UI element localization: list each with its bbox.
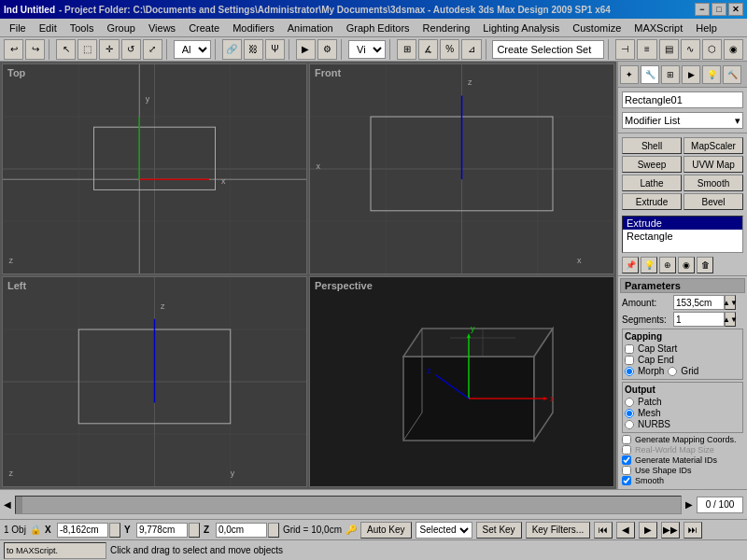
rotate-button[interactable]: ↺ xyxy=(121,39,141,60)
amount-input[interactable] xyxy=(673,295,725,310)
snap-angle-button[interactable]: ∡ xyxy=(418,39,438,60)
menu-create[interactable]: Create xyxy=(183,21,225,35)
mod-btn-bevel[interactable]: Bevel xyxy=(684,193,743,210)
menu-rendering[interactable]: Rendering xyxy=(417,21,476,35)
mod-btn-sweep[interactable]: Sweep xyxy=(622,156,682,173)
amount-spinner[interactable]: ▲▼ xyxy=(725,295,736,310)
redo-button[interactable]: ↪ xyxy=(25,39,45,60)
prev-frame-btn[interactable]: ◀ xyxy=(616,522,635,539)
menu-file[interactable]: File xyxy=(4,21,32,35)
key-filters-button[interactable]: Key Filters... xyxy=(526,522,591,539)
play-btn[interactable]: ▶ xyxy=(639,522,657,539)
menu-maxscript[interactable]: MAXScript xyxy=(628,21,688,35)
morph-radio[interactable] xyxy=(625,367,634,376)
panel-tab-motion[interactable]: ▶ xyxy=(682,65,700,84)
scroll-left-btn[interactable]: ◀ xyxy=(4,499,11,510)
timeline-slider[interactable] xyxy=(15,496,682,514)
maximize-button[interactable]: □ xyxy=(712,3,726,16)
stack-icon-make-unique[interactable]: ◉ xyxy=(678,257,695,273)
y-input[interactable] xyxy=(136,523,188,538)
y-spinner[interactable] xyxy=(189,523,200,538)
scale-button[interactable]: ⤢ xyxy=(143,39,162,60)
minimize-button[interactable]: − xyxy=(695,3,710,16)
go-end-btn[interactable]: ⏭ xyxy=(684,522,702,539)
mirror-button[interactable]: ⊣ xyxy=(615,39,635,60)
next-frame-btn[interactable]: ▶▶ xyxy=(661,522,680,539)
mod-btn-uvwmap[interactable]: UVW Map xyxy=(684,156,743,173)
x-input[interactable] xyxy=(57,523,108,538)
menu-lighting[interactable]: Lighting Analysis xyxy=(477,21,565,35)
menu-help[interactable]: Help xyxy=(690,21,723,35)
panel-tab-display[interactable]: 💡 xyxy=(702,65,721,84)
stack-item-rectangle[interactable]: Rectangle xyxy=(623,230,742,243)
move-button[interactable]: ✛ xyxy=(99,39,119,60)
panel-tab-hierarchy[interactable]: ⊞ xyxy=(661,65,680,84)
go-start-btn[interactable]: ⏮ xyxy=(594,522,613,539)
gen-material-checkbox[interactable] xyxy=(622,455,631,465)
patch-radio[interactable] xyxy=(625,398,634,407)
mod-btn-shell[interactable]: Shell xyxy=(622,137,682,154)
undo-button[interactable]: ↩ xyxy=(4,39,23,60)
view-dropdown[interactable]: View xyxy=(348,40,386,59)
render-setup-button[interactable]: ⚙ xyxy=(317,39,337,60)
select-all-dropdown[interactable]: All xyxy=(174,40,211,59)
grid-radio[interactable] xyxy=(668,367,677,376)
viewport-front[interactable]: Front z x x xyxy=(309,63,614,274)
menu-graph-editors[interactable]: Graph Editors xyxy=(341,21,416,35)
mesh-radio[interactable] xyxy=(625,409,634,418)
material-button[interactable]: ◉ xyxy=(724,39,743,60)
viewport-top[interactable]: Top xyxy=(2,63,307,274)
stack-item-extrude[interactable]: Extrude xyxy=(623,217,742,230)
menu-edit[interactable]: Edit xyxy=(34,21,63,35)
link-button[interactable]: 🔗 xyxy=(222,39,242,60)
gen-mapping-checkbox[interactable] xyxy=(622,435,631,444)
snap-percent-button[interactable]: % xyxy=(440,39,459,60)
stack-icon-lightbulb[interactable]: 💡 xyxy=(641,257,657,273)
use-shape-checkbox[interactable] xyxy=(622,466,631,475)
mod-btn-extrude[interactable]: Extrude xyxy=(622,193,682,210)
select-region-button[interactable]: ⬚ xyxy=(78,39,97,60)
select-button[interactable]: ↖ xyxy=(56,39,76,60)
stack-icon-pin[interactable]: 📌 xyxy=(622,257,639,273)
unlink-button[interactable]: ⛓ xyxy=(244,39,263,60)
layer-button[interactable]: ▤ xyxy=(659,39,679,60)
bind-button[interactable]: Ψ xyxy=(265,39,285,60)
panel-tab-modify[interactable]: 🔧 xyxy=(641,65,659,84)
curve-editor-button[interactable]: ∿ xyxy=(681,39,700,60)
scroll-right-btn[interactable]: ▶ xyxy=(685,499,693,510)
object-name-input[interactable] xyxy=(622,91,743,108)
viewport-left[interactable]: Left z z y xyxy=(2,276,307,487)
viewport-perspective[interactable]: Perspective xyxy=(309,276,614,487)
segments-spinner[interactable]: ▲▼ xyxy=(725,312,736,327)
snap-button[interactable]: ⊞ xyxy=(397,39,416,60)
mod-btn-smooth[interactable]: Smooth xyxy=(684,175,743,191)
modifier-list-label[interactable]: Modifier List ▾ xyxy=(622,112,743,129)
create-selection-set[interactable] xyxy=(492,40,604,59)
auto-key-button[interactable]: Auto Key xyxy=(360,522,412,539)
z-spinner[interactable] xyxy=(268,523,279,538)
cap-end-checkbox[interactable] xyxy=(625,356,634,365)
panel-tab-create[interactable]: ✦ xyxy=(620,65,639,84)
menu-customize[interactable]: Customize xyxy=(567,21,627,35)
cap-start-checkbox[interactable] xyxy=(625,344,634,354)
z-input[interactable] xyxy=(216,523,267,538)
nurbs-radio[interactable] xyxy=(625,420,634,429)
menu-modifiers[interactable]: Modifiers xyxy=(227,21,280,35)
mod-btn-lathe[interactable]: Lathe xyxy=(622,175,682,191)
menu-animation[interactable]: Animation xyxy=(282,21,339,35)
menu-views[interactable]: Views xyxy=(143,21,181,35)
x-spinner[interactable] xyxy=(109,523,120,538)
smooth-checkbox[interactable] xyxy=(622,476,631,485)
panel-tab-utilities[interactable]: 🔨 xyxy=(723,65,741,84)
mod-btn-mapscaler[interactable]: MapScaler xyxy=(684,137,743,154)
close-button[interactable]: ✕ xyxy=(728,3,743,16)
set-key-button[interactable]: Set Key xyxy=(476,522,522,539)
schematic-button[interactable]: ⬡ xyxy=(702,39,722,60)
segments-input[interactable] xyxy=(673,312,725,327)
render-button[interactable]: ▶ xyxy=(296,39,316,60)
align-button[interactable]: ≡ xyxy=(637,39,656,60)
menu-group[interactable]: Group xyxy=(101,21,141,35)
real-world-checkbox[interactable] xyxy=(622,445,631,455)
snap-spinner-button[interactable]: ⊿ xyxy=(461,39,481,60)
stack-icon-remove[interactable]: 🗑 xyxy=(697,257,713,273)
